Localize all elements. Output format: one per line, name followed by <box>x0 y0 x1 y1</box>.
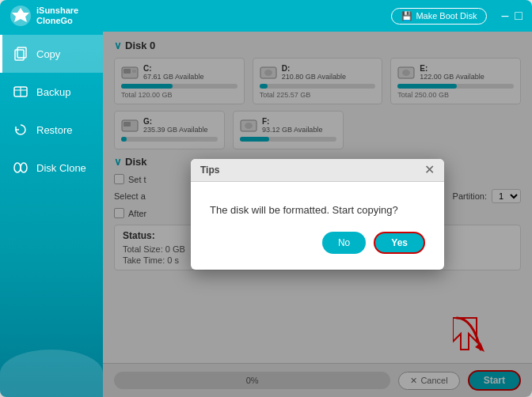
disk-clone-icon <box>13 160 28 176</box>
sidebar-copy-label: Copy <box>36 48 60 60</box>
minimize-button[interactable]: – <box>501 9 508 22</box>
modal-yes-button[interactable]: Yes <box>374 232 425 254</box>
modal-title: Tips <box>200 164 219 176</box>
restore-icon <box>13 122 28 138</box>
backup-icon <box>13 84 28 100</box>
modal-footer: No Yes <box>191 232 444 270</box>
sidebar-disk-clone-label: Disk Clone <box>36 162 86 174</box>
sidebar-item-disk-clone[interactable]: Disk Clone <box>0 149 103 187</box>
sidebar-item-backup[interactable]: Backup <box>0 73 103 111</box>
modal-title-bar: Tips ✕ <box>191 159 444 182</box>
svg-point-7 <box>21 163 27 172</box>
app-window: iSunshare CloneGo 💾 Make Boot Disk – □ C… <box>0 0 532 397</box>
title-bar: iSunshare CloneGo 💾 Make Boot Disk – □ <box>0 0 532 32</box>
modal-message: The disk will be formatted. Start copyin… <box>210 204 425 216</box>
sidebar-restore-label: Restore <box>36 124 73 136</box>
sidebar-backup-label: Backup <box>36 86 70 98</box>
modal-close-button[interactable]: ✕ <box>424 164 435 176</box>
modal-body: The disk will be formatted. Start copyin… <box>191 182 444 232</box>
app-logo: iSunshare CloneGo <box>10 5 78 27</box>
copy-icon <box>13 46 28 62</box>
make-boot-button[interactable]: 💾 Make Boot Disk <box>391 8 487 25</box>
title-bar-right: 💾 Make Boot Disk – □ <box>391 8 522 25</box>
svg-rect-1 <box>15 50 24 60</box>
main-layout: Copy Backup Restore Disk Clone <box>0 32 532 397</box>
svg-rect-2 <box>17 47 26 58</box>
content-area: ∨ Disk 0 C: <box>103 32 532 397</box>
svg-point-6 <box>14 163 21 172</box>
sidebar-item-restore[interactable]: Restore <box>0 111 103 149</box>
app-title: iSunshare CloneGo <box>36 6 78 26</box>
window-controls: – □ <box>501 9 522 22</box>
modal-overlay: Tips ✕ The disk will be formatted. Start… <box>103 32 532 397</box>
sidebar-decoration <box>0 334 103 397</box>
maximize-button[interactable]: □ <box>515 9 522 22</box>
tips-dialog: Tips ✕ The disk will be formatted. Start… <box>191 159 444 270</box>
sidebar-item-copy[interactable]: Copy <box>0 35 103 73</box>
sidebar: Copy Backup Restore Disk Clone <box>0 32 103 397</box>
boot-disk-icon: 💾 <box>401 11 412 21</box>
modal-no-button[interactable]: No <box>322 232 366 254</box>
app-logo-icon <box>10 5 32 27</box>
